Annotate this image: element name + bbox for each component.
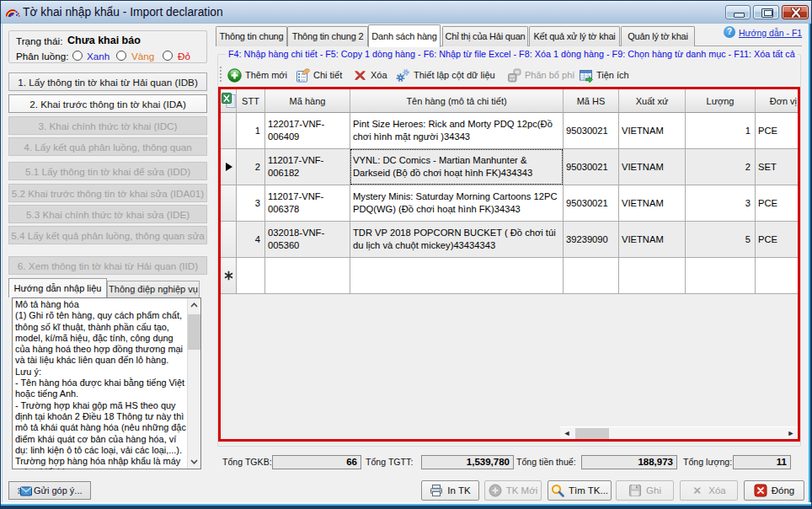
- sidebar-button-ide[interactable]: 5.3 Khai chính thức tờ khai sửa (IDE): [8, 205, 207, 223]
- feedback-button[interactable]: Gửi góp ý...: [8, 481, 91, 500]
- minimize-button[interactable]: [725, 5, 751, 19]
- close-button[interactable]: [782, 5, 809, 19]
- tab-huong-dan-nhap-lieu[interactable]: Hướng dẫn nhập liệu: [8, 278, 107, 297]
- grid-newrow-cell-don_vi[interactable]: [756, 258, 798, 294]
- sidebar-button-idb[interactable]: 1. Lấy thông tin tờ khai từ Hải quan (ID…: [8, 72, 207, 91]
- grid-header-luong[interactable]: Lượng: [686, 89, 756, 113]
- grid-cell-ma_hang[interactable]: 122017-VNF-006409: [265, 113, 350, 149]
- grid-cell-ma_hang[interactable]: 112017-VNF-006378: [265, 185, 350, 222]
- grid-newrow-cell-luong[interactable]: [686, 258, 756, 294]
- print-button[interactable]: In TK: [421, 480, 479, 501]
- sidebar-button-phanluong-sua[interactable]: 5.4 Lấy kết quả phân luồng, thông quan s…: [8, 226, 207, 244]
- grid-header-ma-hang[interactable]: Mã hàng: [265, 89, 350, 113]
- grid-cell-ma_hs[interactable]: 39239090: [564, 222, 619, 258]
- tab-quan-ly-to-khai[interactable]: Quản lý tờ khai: [621, 26, 695, 46]
- grid-header-don-vi[interactable]: Đơn vị: [756, 89, 798, 113]
- grid-newrow-cell-ten_hang[interactable]: [350, 258, 564, 294]
- grid-cell-xuat_xu[interactable]: VIETNAM: [619, 149, 686, 185]
- grid-newrow-cell-ma_hang[interactable]: [265, 258, 350, 294]
- new-declaration-button[interactable]: TK Mới: [484, 480, 542, 501]
- grid-cell-xuat_xu[interactable]: VIETNAM: [619, 113, 686, 149]
- sidebar-button-idc[interactable]: 3. Khai chính thức tờ khai (IDC): [8, 116, 207, 135]
- sidebar-button-phanluong[interactable]: 4. Lấy kết quả phân luồng, thông quan: [8, 137, 207, 156]
- grid-cell-luong[interactable]: 3: [686, 185, 756, 222]
- grid-cell-don_vi[interactable]: SET: [756, 149, 798, 185]
- grid-cell-ten_hang[interactable]: TDR VP 2018 POPCORN BUCKET ( Đồ chơi túi…: [350, 222, 564, 258]
- find-declaration-button[interactable]: Tìm TK...: [548, 480, 612, 501]
- grid-cell-stt[interactable]: 1: [237, 113, 265, 149]
- toolbar-thiet-lap-cot[interactable]: Thiết lập cột dữ liệu: [396, 64, 495, 86]
- grid-newrow-cell-stt[interactable]: [237, 258, 265, 294]
- help-scrollbar[interactable]: [187, 298, 200, 469]
- grid-cell-ma_hs[interactable]: 95030021: [564, 185, 619, 222]
- grid-cell-xuat_xu[interactable]: VIETNAM: [619, 222, 686, 258]
- grid-cell-don_vi[interactable]: PCE: [756, 185, 798, 222]
- restore-button[interactable]: [753, 5, 779, 19]
- tab-chi-thi-hai-quan[interactable]: Chỉ thị của Hải quan: [442, 26, 528, 46]
- tab-thong-tin-chung[interactable]: Thông tin chung: [216, 26, 287, 46]
- sidebar-button-iid[interactable]: 6. Xem thông tin tờ khai từ Hải quan (II…: [8, 256, 207, 275]
- grid-cell-ten_hang[interactable]: VYNL: DC Comics - Martian Manhunter & Da…: [350, 149, 564, 185]
- hscroll-thumb[interactable]: [575, 428, 609, 439]
- grid-cell-stt-text: 4: [237, 222, 264, 257]
- grid-corner-cell[interactable]: [221, 89, 237, 113]
- grid-row-selector[interactable]: [221, 149, 237, 185]
- scroll-up-icon[interactable]: [188, 298, 200, 312]
- grid-cell-don_vi[interactable]: PCE: [756, 222, 798, 258]
- radio-vang[interactable]: [116, 51, 126, 61]
- help-link[interactable]: Hướng dẫn - F1: [739, 28, 802, 38]
- tab-ket-qua-xu-ly[interactable]: Kết quả xử lý tờ khai: [529, 26, 620, 46]
- grid-newrow-cell-xuat_xu[interactable]: [619, 258, 686, 294]
- grid-cell-luong[interactable]: 2: [686, 149, 756, 185]
- grid-cell-ma_hs[interactable]: 95030021: [564, 149, 619, 185]
- grid-cell-ma_hs-text: 95030021: [564, 113, 618, 148]
- grid-newrow-cell-ma_hs[interactable]: [564, 258, 619, 294]
- grid-header-ten-hang[interactable]: Tên hàng (mô tả chi tiết): [350, 89, 564, 113]
- vscroll-thumb[interactable]: [188, 314, 200, 350]
- toolbar-xoa[interactable]: Xóa: [353, 64, 387, 86]
- close-form-button[interactable]: Đóng: [744, 480, 804, 501]
- grid-cell-xuat_xu[interactable]: VIETNAM: [619, 185, 686, 222]
- tab-thong-diep-nghiep-vu[interactable]: Thông điệp nghiệp vụ: [107, 281, 200, 297]
- sidebar-button-idd[interactable]: 5.1 Lấy thông tin tờ khai để sửa (IDD): [8, 162, 207, 180]
- radio-do[interactable]: [163, 51, 173, 61]
- grid-row-selector[interactable]: [221, 113, 237, 149]
- grid-cell-stt[interactable]: 4: [237, 222, 265, 258]
- grid-row-selector[interactable]: [221, 185, 237, 222]
- sidebar-button-ida01[interactable]: 5.2 Khai trước thông tin tờ khai sửa (ID…: [8, 184, 207, 202]
- toolbar-them-moi[interactable]: Thêm mới: [227, 64, 287, 86]
- grid-cell-ma_hang[interactable]: 112017-VNF-006182: [265, 149, 350, 185]
- grid-cell-luong[interactable]: 1: [686, 113, 756, 149]
- scroll-down-icon[interactable]: [188, 455, 200, 469]
- grid-cell-ten_hang-text: TDR VP 2018 POPCORN BUCKET ( Đồ chơi túi…: [350, 222, 563, 257]
- grid-cell-ma_hang[interactable]: 032018-VNF-005360: [265, 222, 350, 258]
- grid-cell-luong-text: 3: [686, 185, 755, 221]
- printer-icon: [430, 484, 443, 497]
- grid-header-stt[interactable]: STT: [237, 89, 265, 113]
- toolbar-tien-ich[interactable]: Tiện ích: [579, 64, 629, 86]
- grid-newrow-selector[interactable]: [221, 258, 237, 294]
- tab-thong-tin-chung-2[interactable]: Thông tin chung 2: [287, 26, 368, 46]
- grid-cell-ten_hang[interactable]: Mystery Minis: Saturday Morning Cartoons…: [350, 185, 564, 222]
- save-button[interactable]: Ghi: [616, 480, 674, 501]
- grid-cell-stt[interactable]: 3: [237, 185, 265, 222]
- grid-hscrollbar[interactable]: ◄ ►: [560, 426, 798, 439]
- grid-header-ma-hs[interactable]: Mã HS: [564, 89, 619, 113]
- grid-cell-don_vi[interactable]: PCE: [756, 113, 798, 149]
- delete-button[interactable]: Xóa: [680, 480, 738, 501]
- scroll-right-icon[interactable]: ►: [784, 427, 798, 440]
- grid-cell-ma_hs[interactable]: 95030021: [564, 113, 619, 149]
- grid-cell-luong[interactable]: 5: [686, 222, 756, 258]
- find-declaration-button-label: Tìm TK...: [569, 485, 608, 496]
- radio-xanh[interactable]: [72, 51, 83, 61]
- sidebar-button-ida[interactable]: 2. Khai trước thông tin tờ khai (IDA): [8, 94, 207, 113]
- grid-header-xuat-xu[interactable]: Xuất xứ: [619, 89, 686, 113]
- grid-cell-ten_hang[interactable]: Pint Size Heroes: Rick and Morty PDQ 12p…: [350, 113, 564, 149]
- toolbar-phan-bo-phi[interactable]: Phân bổ phí: [507, 64, 574, 86]
- grid-cell-stt[interactable]: 2: [237, 149, 265, 185]
- help-question-icon[interactable]: ?: [724, 26, 735, 38]
- scroll-left-icon[interactable]: ◄: [560, 427, 574, 440]
- toolbar-chi-tiet[interactable]: Chi tiết: [296, 64, 342, 86]
- grid-row-selector[interactable]: [221, 222, 237, 258]
- tab-danh-sach-hang[interactable]: Danh sách hàng: [368, 24, 441, 47]
